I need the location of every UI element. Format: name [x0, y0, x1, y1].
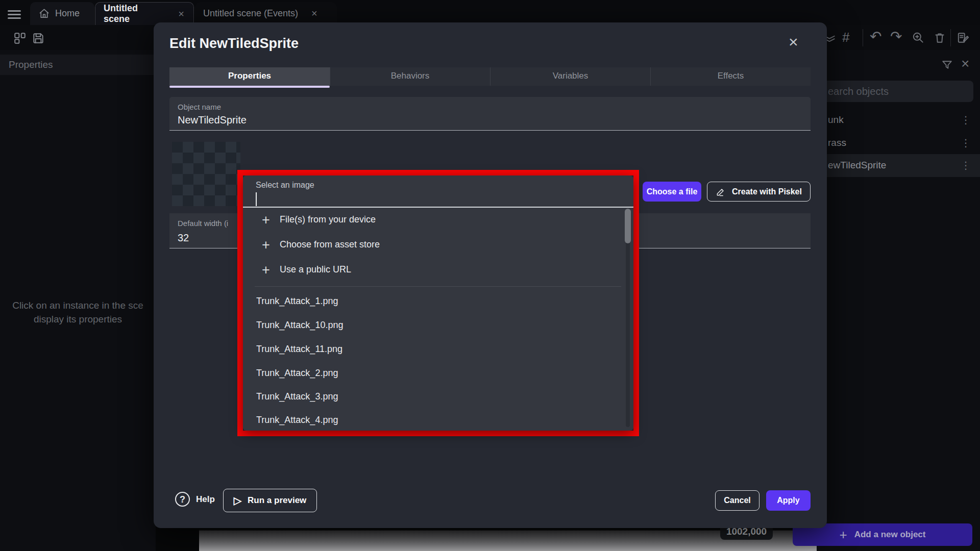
kebab-menu-icon[interactable]: ⋮: [961, 159, 971, 171]
menu-item-choose-from-asset-store[interactable]: + Choose from asset store: [243, 233, 633, 258]
create-with-piskel-button[interactable]: Create with Piskel: [707, 182, 811, 202]
plus-icon: +: [840, 527, 847, 543]
choose-a-file-button[interactable]: Choose a file: [643, 182, 701, 202]
filter-funnel-icon[interactable]: [941, 59, 953, 71]
menu-item-use-public-url[interactable]: + Use a public URL: [243, 258, 633, 283]
object-row-newtiledsprite[interactable]: ewTiledSprite ⋮: [806, 154, 980, 177]
empty-message-line2: display its properties: [0, 312, 156, 326]
help-label: Help: [196, 494, 215, 505]
properties-panel-header: Properties: [0, 55, 156, 75]
tab-label: Effects: [718, 71, 744, 81]
layout-panels-icon[interactable]: [13, 32, 27, 45]
help-button[interactable]: ? Help: [175, 492, 215, 507]
file-option[interactable]: Trunk_Attack_4.png: [256, 415, 338, 430]
run-preview-button[interactable]: ▷ Run a preview: [223, 489, 317, 512]
search-objects-input[interactable]: earch objects: [816, 81, 973, 102]
menu-divider: [255, 286, 621, 287]
toolbar-separator: [950, 29, 951, 46]
trash-icon[interactable]: [933, 31, 946, 44]
file-option[interactable]: Trunk_Attack_2.png: [256, 368, 338, 383]
active-tab-underline: [169, 86, 330, 88]
grid-icon[interactable]: #: [842, 30, 849, 45]
tab-label: Behaviors: [391, 71, 430, 81]
save-icon[interactable]: [32, 32, 45, 45]
help-circle-icon: ?: [175, 492, 190, 507]
menu-item-label: File(s) from your device: [280, 214, 376, 225]
object-row-trunk[interactable]: unk ⋮: [806, 109, 980, 132]
app-root: Home Untitled scene × Untitled scene (Ev…: [0, 0, 980, 551]
default-width-label: Default width (i: [178, 219, 228, 228]
choose-file-label: Choose a file: [647, 187, 698, 196]
object-name-value: NewTiledSprite: [178, 114, 247, 126]
redo-icon[interactable]: ↷: [890, 28, 902, 45]
toolbar-separator: [863, 29, 863, 46]
object-name-label: Object name: [178, 103, 221, 111]
dialog-tab-bar: Properties Behaviors Variables Effects: [169, 67, 811, 86]
home-icon: [38, 8, 50, 19]
object-row-grass[interactable]: rass ⋮: [806, 132, 980, 155]
tab-variables[interactable]: Variables: [490, 67, 650, 86]
apply-label: Apply: [777, 496, 799, 505]
file-option[interactable]: Trunk_Attack_3.png: [256, 391, 338, 407]
object-label: ewTiledSprite: [828, 160, 886, 171]
cancel-label: Cancel: [724, 496, 750, 505]
add-object-label: Add a new object: [854, 530, 926, 540]
pencil-icon: [716, 187, 726, 197]
text-cursor: [256, 192, 257, 206]
object-label: unk: [828, 114, 844, 126]
select-image-label: Select an image: [256, 181, 314, 190]
image-search-input[interactable]: Select an image: [243, 176, 633, 208]
sprite-thumbnail-checkerboard[interactable]: [172, 142, 240, 206]
close-tab-icon[interactable]: ×: [177, 8, 185, 20]
menu-item-label: Choose from asset store: [280, 239, 380, 250]
scrollbar-thumb[interactable]: [625, 209, 631, 243]
plus-icon: +: [262, 237, 270, 253]
search-objects-placeholder: earch objects: [828, 86, 889, 97]
tab-properties[interactable]: Properties: [169, 67, 330, 86]
select-image-dropdown: Select an image + File(s) from your devi…: [243, 176, 633, 431]
create-piskel-label: Create with Piskel: [732, 187, 802, 196]
tab-home[interactable]: Home: [30, 2, 94, 25]
close-panel-icon[interactable]: ×: [961, 56, 969, 72]
tab-behaviors[interactable]: Behaviors: [330, 67, 490, 86]
zoom-in-icon[interactable]: [912, 31, 925, 44]
tab-scene-label: Untitled scene: [104, 3, 163, 24]
menu-item-files-from-device[interactable]: + File(s) from your device: [243, 208, 633, 233]
properties-panel: Properties Click on an instance in the s…: [0, 50, 156, 551]
empty-message-line1: Click on an instance in the sce: [0, 298, 156, 312]
kebab-menu-icon[interactable]: ⋮: [961, 137, 971, 149]
annotation-highlight-box: Select an image + File(s) from your devi…: [237, 170, 639, 436]
dialog-close-icon[interactable]: ×: [789, 33, 798, 52]
plus-icon: +: [262, 262, 270, 278]
file-option[interactable]: Trunk_Attack_10.png: [256, 320, 343, 335]
undo-icon[interactable]: ↶: [870, 28, 881, 45]
tab-effects[interactable]: Effects: [650, 67, 811, 86]
properties-empty-message: Click on an instance in the sce display …: [0, 298, 156, 326]
cancel-button[interactable]: Cancel: [715, 490, 760, 511]
object-name-field[interactable]: Object name NewTiledSprite: [169, 97, 811, 131]
tab-events-label: Untitled scene (Events): [203, 8, 298, 19]
hamburger-menu-icon[interactable]: [8, 8, 21, 21]
tab-label: Properties: [228, 71, 271, 81]
tab-untitled-scene[interactable]: Untitled scene ×: [95, 2, 194, 25]
run-preview-label: Run a preview: [248, 495, 306, 506]
kebab-menu-icon[interactable]: ⋮: [961, 114, 971, 126]
object-label: rass: [828, 137, 846, 148]
tab-untitled-scene-events[interactable]: Untitled scene (Events) ×: [195, 2, 337, 25]
edit-scene-sheet-icon[interactable]: [957, 31, 970, 44]
tab-label: Variables: [553, 71, 589, 81]
play-icon: ▷: [234, 494, 241, 507]
file-option[interactable]: Trunk_Attack_11.png: [256, 344, 342, 359]
dialog-title: Edit NewTiledSprite: [169, 36, 299, 52]
menu-item-label: Use a public URL: [280, 264, 351, 275]
tab-home-label: Home: [55, 8, 80, 19]
file-option[interactable]: Trunk_Attack_1.png: [256, 296, 338, 311]
default-width-value: 32: [178, 232, 189, 244]
apply-button[interactable]: Apply: [766, 490, 811, 511]
top-tab-bar: Home Untitled scene × Untitled scene (Ev…: [0, 0, 980, 25]
plus-icon: +: [262, 212, 270, 228]
close-tab-icon[interactable]: ×: [310, 8, 318, 19]
